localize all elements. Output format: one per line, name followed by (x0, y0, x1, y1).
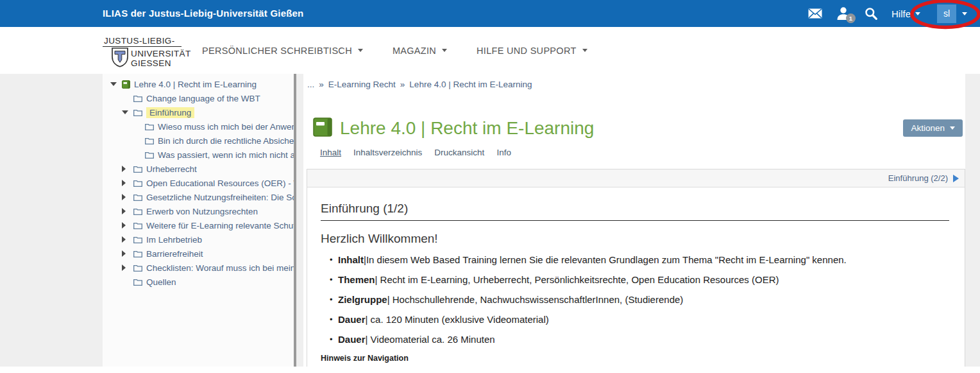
folder-icon (133, 95, 142, 102)
logo-text-line2: UNIVERSITÄT (131, 49, 191, 58)
search-icon[interactable] (865, 7, 877, 20)
help-menu-label: Hilfe (891, 8, 911, 19)
tree-item-label: Barrierefreiheit (146, 249, 203, 259)
tree-item-label: Erwerb von Nutzungsrechten (146, 207, 258, 216)
page-content: Einführung (1/2) Herzlich Willkommen! •I… (307, 187, 965, 363)
tree-item[interactable]: Einführung (103, 105, 294, 119)
tree-item[interactable]: Bin ich durch die rechtliche Absicher (103, 134, 294, 148)
tree-item[interactable]: Urheberrecht (103, 162, 294, 176)
folder-icon (133, 222, 142, 229)
bullet-text: |In diesem Web Based Training lernen Sie… (364, 254, 847, 266)
mail-icon[interactable] (808, 8, 822, 19)
folder-icon (133, 194, 142, 201)
tree-item-label: Einführung (146, 107, 194, 118)
folder-icon (133, 180, 142, 187)
tree-item[interactable]: Quellen (103, 275, 294, 289)
folder-icon (145, 137, 154, 144)
expand-arrow-right-icon (122, 180, 133, 186)
bullet-dot-icon: • (330, 333, 338, 345)
site-header: JUSTUS-LIEBIG- UNIVERSITÄT GIESSEN PERSÖ… (0, 27, 980, 74)
tree-item[interactable]: Weitere für E-Learning relevante Schutz (103, 218, 294, 232)
learning-module-icon (313, 117, 332, 139)
next-page-arrow-icon[interactable] (953, 175, 959, 182)
bullet-label: Themen (338, 273, 375, 286)
expand-arrow-right-icon (122, 208, 133, 214)
tree-item-label: Wieso muss ich mich bei der Anwend (158, 122, 294, 132)
bullet-text: | Hochschullehrende, Nachwuchswissenscha… (387, 293, 684, 306)
tree-item-label: Im Lehrbetrieb (146, 235, 202, 245)
folder-icon (133, 166, 142, 173)
tree-item[interactable]: Im Lehrbetrieb (103, 232, 294, 247)
bullet-label: Zielgruppe (338, 293, 387, 306)
info-bullet: •Themen | Recht im E-Learning, Urheberre… (330, 273, 949, 286)
folder-icon (145, 123, 154, 130)
tree-item[interactable]: Open Educational Resources (OER) - Wa (103, 176, 294, 190)
tree-item[interactable]: Wieso muss ich mich bei der Anwend (103, 119, 294, 134)
bullet-dot-icon: • (330, 254, 338, 266)
shield-icon (112, 48, 128, 70)
tree-item-label: Was passiert, wenn ich mich nicht an (158, 150, 294, 160)
bullet-text: | ca. 120 Minuten (exklusive Videomateri… (366, 313, 549, 325)
pager-next-label[interactable]: Einführung (2/2) (888, 173, 948, 183)
user-notifications-icon[interactable]: 1 (836, 6, 850, 21)
breadcrumb-link[interactable]: Lehre 4.0 | Recht im E-Learning (409, 80, 532, 89)
nav-item-label: PERSÖNLICHER SCHREIBTISCH (202, 46, 352, 56)
main-content: ...»E-Learning Recht»Lehre 4.0 | Recht i… (303, 74, 965, 367)
breadcrumb-link[interactable]: E-Learning Recht (328, 80, 396, 89)
nav-item-pers-nlicher-schreibtisch[interactable]: PERSÖNLICHER SCHREIBTISCH (202, 46, 363, 56)
tree-item[interactable]: Lehre 4.0 | Recht im E-Learning (103, 77, 294, 91)
nav-item-hilfe-und-support[interactable]: HILFE UND SUPPORT (477, 46, 587, 56)
user-menu[interactable]: sl (937, 4, 967, 23)
tab-druckansicht[interactable]: Druckansicht (434, 148, 484, 157)
help-menu[interactable]: Hilfe (891, 8, 920, 19)
tree-item-label: Gesetzliche Nutzungsfreiheiten: Die Sch (146, 193, 294, 202)
info-bullet-list: •Inhalt|In diesem Web Based Training ler… (321, 254, 949, 345)
folder-icon (133, 208, 142, 215)
tree-item-label: Checklisten: Worauf muss ich bei meine (146, 263, 294, 273)
actions-button-label: Aktionen (911, 123, 945, 133)
tree-item[interactable]: Gesetzliche Nutzungsfreiheiten: Die Sch (103, 190, 294, 204)
bullet-label: Dauer (338, 333, 366, 345)
tab-info[interactable]: Info (496, 148, 511, 157)
app-title: ILIAS der Justus-Liebig-Universität Gieß… (103, 0, 303, 27)
tree-item[interactable]: Erwerb von Nutzungsrechten (103, 204, 294, 218)
course-tree: Lehre 4.0 | Recht im E-LearningChange la… (103, 74, 294, 367)
content-tabs: InhaltInhaltsverzeichnisDruckansichtInfo (320, 148, 511, 157)
chapter-heading: Einführung (1/2) (321, 202, 949, 221)
learning-module-icon (122, 80, 130, 89)
expand-arrow-right-icon (122, 236, 133, 243)
footer-strip (0, 367, 980, 373)
tree-item[interactable]: Barrierefreiheit (103, 247, 294, 261)
main-nav: PERSÖNLICHER SCHREIBTISCHMAGAZINHILFE UN… (202, 27, 587, 74)
folder-icon (133, 265, 142, 272)
notification-badge: 1 (846, 13, 856, 23)
bullet-dot-icon: • (330, 313, 338, 325)
tree-item-label: Open Educational Resources (OER) - Wa (146, 178, 294, 188)
tree-item-label: Change language of the WBT (146, 94, 260, 103)
chevron-down-icon (358, 49, 363, 52)
top-bar: ILIAS der Justus-Liebig-Universität Gieß… (0, 0, 980, 27)
info-bullet: •Zielgruppe | Hochschullehrende, Nachwuc… (330, 293, 949, 306)
tab-inhaltsverzeichnis[interactable]: Inhaltsverzeichnis (353, 148, 422, 157)
tree-item[interactable]: Change language of the WBT (103, 91, 294, 105)
expand-arrow-right-icon (122, 194, 133, 200)
folder-icon (133, 236, 142, 243)
nav-item-label: HILFE UND SUPPORT (477, 46, 577, 56)
tree-item[interactable]: Checklisten: Worauf muss ich bei meine (103, 261, 294, 275)
bullet-label: Dauer (338, 313, 366, 325)
tab-inhalt[interactable]: Inhalt (320, 148, 341, 157)
tree-item[interactable]: Was passiert, wenn ich mich nicht an (103, 148, 294, 162)
pager-bar: Einführung (2/2) (307, 169, 965, 187)
nav-item-magazin[interactable]: MAGAZIN (393, 46, 447, 56)
breadcrumb-link[interactable]: ... (307, 80, 314, 89)
navigation-note: Hinweis zur Navigation (321, 354, 949, 363)
chapter-box: Einführung (2/2) Einführung (1/2) Herzli… (307, 169, 965, 367)
folder-icon (133, 279, 142, 286)
tree-item-label: Quellen (146, 277, 176, 287)
university-logo[interactable]: JUSTUS-LIEBIG- UNIVERSITÄT GIESSEN (103, 35, 191, 70)
tree-scrollbar-thumb[interactable] (294, 74, 296, 367)
body-area: Lehre 4.0 | Recht im E-LearningChange la… (0, 74, 980, 367)
chevron-down-icon (962, 12, 967, 15)
actions-button[interactable]: Aktionen (903, 119, 963, 137)
expand-arrow-down-icon (110, 82, 122, 86)
